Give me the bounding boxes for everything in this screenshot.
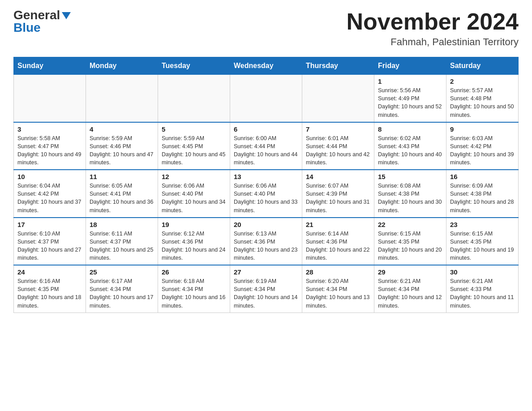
calendar-cell: 20Sunrise: 6:13 AM Sunset: 4:36 PM Dayli… xyxy=(230,218,302,265)
day-info: Sunrise: 6:01 AM Sunset: 4:44 PM Dayligh… xyxy=(306,134,370,167)
calendar-cell: 7Sunrise: 6:01 AM Sunset: 4:44 PM Daylig… xyxy=(302,122,374,170)
calendar-cell: 29Sunrise: 6:21 AM Sunset: 4:34 PM Dayli… xyxy=(374,265,446,313)
logo-blue: Blue xyxy=(13,21,41,34)
logo-text: General xyxy=(13,9,71,21)
day-number: 16 xyxy=(450,173,515,180)
subtitle: Fahmah, Palestinian Territory xyxy=(347,36,519,48)
calendar-table: SundayMondayTuesdayWednesdayThursdayFrid… xyxy=(13,57,519,313)
day-number: 22 xyxy=(378,221,442,228)
day-number: 5 xyxy=(162,125,226,133)
day-number: 4 xyxy=(90,125,154,133)
day-info: Sunrise: 5:56 AM Sunset: 4:49 PM Dayligh… xyxy=(378,86,442,119)
day-number: 24 xyxy=(17,268,82,276)
day-info: Sunrise: 6:03 AM Sunset: 4:42 PM Dayligh… xyxy=(450,134,515,167)
day-number: 21 xyxy=(306,221,370,228)
day-info: Sunrise: 6:15 AM Sunset: 4:35 PM Dayligh… xyxy=(450,230,515,262)
day-number: 29 xyxy=(378,268,442,276)
day-info: Sunrise: 5:57 AM Sunset: 4:48 PM Dayligh… xyxy=(450,86,515,119)
day-number: 7 xyxy=(306,125,370,133)
calendar-cell: 26Sunrise: 6:18 AM Sunset: 4:34 PM Dayli… xyxy=(158,265,230,313)
calendar-header: SundayMondayTuesdayWednesdayThursdayFrid… xyxy=(14,57,519,75)
day-info: Sunrise: 6:16 AM Sunset: 4:35 PM Dayligh… xyxy=(17,277,82,310)
day-number: 17 xyxy=(17,221,82,228)
day-info: Sunrise: 6:09 AM Sunset: 4:38 PM Dayligh… xyxy=(450,182,515,214)
day-number: 28 xyxy=(306,268,370,276)
header-day-sunday: Sunday xyxy=(14,57,86,75)
calendar-cell: 15Sunrise: 6:08 AM Sunset: 4:38 PM Dayli… xyxy=(374,170,446,218)
day-info: Sunrise: 6:06 AM Sunset: 4:40 PM Dayligh… xyxy=(162,182,226,214)
calendar-cell: 17Sunrise: 6:10 AM Sunset: 4:37 PM Dayli… xyxy=(14,218,86,265)
day-number: 25 xyxy=(90,268,154,276)
calendar-cell: 4Sunrise: 5:59 AM Sunset: 4:46 PM Daylig… xyxy=(86,122,158,170)
day-number: 11 xyxy=(90,173,154,180)
calendar-cell: 24Sunrise: 6:16 AM Sunset: 4:35 PM Dayli… xyxy=(14,265,86,313)
calendar-cell: 10Sunrise: 6:04 AM Sunset: 4:42 PM Dayli… xyxy=(14,170,86,218)
day-number: 30 xyxy=(450,268,515,276)
calendar-cell: 30Sunrise: 6:21 AM Sunset: 4:33 PM Dayli… xyxy=(446,265,519,313)
calendar-cell: 21Sunrise: 6:14 AM Sunset: 4:36 PM Dayli… xyxy=(302,218,374,265)
header-day-saturday: Saturday xyxy=(446,57,519,75)
calendar-cell: 18Sunrise: 6:11 AM Sunset: 4:37 PM Dayli… xyxy=(86,218,158,265)
day-number: 18 xyxy=(90,221,154,228)
calendar-cell xyxy=(230,75,302,122)
calendar-cell: 27Sunrise: 6:19 AM Sunset: 4:34 PM Dayli… xyxy=(230,265,302,313)
calendar-cell: 25Sunrise: 6:17 AM Sunset: 4:34 PM Dayli… xyxy=(86,265,158,313)
day-info: Sunrise: 6:15 AM Sunset: 4:35 PM Dayligh… xyxy=(378,230,442,262)
day-number: 14 xyxy=(306,173,370,180)
day-info: Sunrise: 6:12 AM Sunset: 4:36 PM Dayligh… xyxy=(162,230,226,262)
calendar-week-0: 1Sunrise: 5:56 AM Sunset: 4:49 PM Daylig… xyxy=(14,75,519,122)
calendar-cell xyxy=(302,75,374,122)
title-section: November 2024 Fahmah, Palestinian Territ… xyxy=(347,9,519,48)
day-number: 27 xyxy=(234,268,298,276)
day-number: 3 xyxy=(17,125,82,133)
header-day-thursday: Thursday xyxy=(302,57,374,75)
header-day-tuesday: Tuesday xyxy=(158,57,230,75)
day-info: Sunrise: 6:14 AM Sunset: 4:36 PM Dayligh… xyxy=(306,230,370,262)
day-info: Sunrise: 6:04 AM Sunset: 4:42 PM Dayligh… xyxy=(17,182,82,214)
day-number: 26 xyxy=(162,268,226,276)
calendar-week-2: 10Sunrise: 6:04 AM Sunset: 4:42 PM Dayli… xyxy=(14,170,519,218)
day-info: Sunrise: 6:06 AM Sunset: 4:40 PM Dayligh… xyxy=(234,182,298,214)
calendar-cell: 23Sunrise: 6:15 AM Sunset: 4:35 PM Dayli… xyxy=(446,218,519,265)
calendar-cell: 13Sunrise: 6:06 AM Sunset: 4:40 PM Dayli… xyxy=(230,170,302,218)
calendar-cell: 14Sunrise: 6:07 AM Sunset: 4:39 PM Dayli… xyxy=(302,170,374,218)
calendar-cell: 1Sunrise: 5:56 AM Sunset: 4:49 PM Daylig… xyxy=(374,75,446,122)
day-number: 12 xyxy=(162,173,226,180)
calendar-week-3: 17Sunrise: 6:10 AM Sunset: 4:37 PM Dayli… xyxy=(14,218,519,265)
calendar-cell: 5Sunrise: 5:59 AM Sunset: 4:45 PM Daylig… xyxy=(158,122,230,170)
calendar-cell xyxy=(86,75,158,122)
day-number: 15 xyxy=(378,173,442,180)
header-row: SundayMondayTuesdayWednesdayThursdayFrid… xyxy=(14,57,519,75)
header-day-monday: Monday xyxy=(86,57,158,75)
day-number: 10 xyxy=(17,173,82,180)
day-info: Sunrise: 6:19 AM Sunset: 4:34 PM Dayligh… xyxy=(234,277,298,310)
day-number: 2 xyxy=(450,77,515,85)
day-info: Sunrise: 6:05 AM Sunset: 4:41 PM Dayligh… xyxy=(90,182,154,214)
day-number: 6 xyxy=(234,125,298,133)
calendar-cell: 19Sunrise: 6:12 AM Sunset: 4:36 PM Dayli… xyxy=(158,218,230,265)
main-title: November 2024 xyxy=(347,9,519,34)
calendar-week-4: 24Sunrise: 6:16 AM Sunset: 4:35 PM Dayli… xyxy=(14,265,519,313)
day-info: Sunrise: 6:20 AM Sunset: 4:34 PM Dayligh… xyxy=(306,277,370,310)
day-number: 20 xyxy=(234,221,298,228)
day-number: 9 xyxy=(450,125,515,133)
day-info: Sunrise: 5:59 AM Sunset: 4:45 PM Dayligh… xyxy=(162,134,226,167)
calendar-cell xyxy=(14,75,86,122)
header-day-friday: Friday xyxy=(374,57,446,75)
day-info: Sunrise: 6:21 AM Sunset: 4:33 PM Dayligh… xyxy=(450,277,515,310)
header-day-wednesday: Wednesday xyxy=(230,57,302,75)
day-info: Sunrise: 6:10 AM Sunset: 4:37 PM Dayligh… xyxy=(17,230,82,262)
calendar-cell: 3Sunrise: 5:58 AM Sunset: 4:47 PM Daylig… xyxy=(14,122,86,170)
calendar-week-1: 3Sunrise: 5:58 AM Sunset: 4:47 PM Daylig… xyxy=(14,122,519,170)
page-header: General Blue November 2024 Fahmah, Pales… xyxy=(13,9,519,48)
calendar-cell: 8Sunrise: 6:02 AM Sunset: 4:43 PM Daylig… xyxy=(374,122,446,170)
day-info: Sunrise: 6:08 AM Sunset: 4:38 PM Dayligh… xyxy=(378,182,442,214)
calendar-cell: 9Sunrise: 6:03 AM Sunset: 4:42 PM Daylig… xyxy=(446,122,519,170)
day-info: Sunrise: 5:59 AM Sunset: 4:46 PM Dayligh… xyxy=(90,134,154,167)
day-info: Sunrise: 6:07 AM Sunset: 4:39 PM Dayligh… xyxy=(306,182,370,214)
day-info: Sunrise: 6:17 AM Sunset: 4:34 PM Dayligh… xyxy=(90,277,154,310)
calendar-cell: 16Sunrise: 6:09 AM Sunset: 4:38 PM Dayli… xyxy=(446,170,519,218)
day-info: Sunrise: 6:00 AM Sunset: 4:44 PM Dayligh… xyxy=(234,134,298,167)
calendar-cell: 11Sunrise: 6:05 AM Sunset: 4:41 PM Dayli… xyxy=(86,170,158,218)
day-info: Sunrise: 6:02 AM Sunset: 4:43 PM Dayligh… xyxy=(378,134,442,167)
